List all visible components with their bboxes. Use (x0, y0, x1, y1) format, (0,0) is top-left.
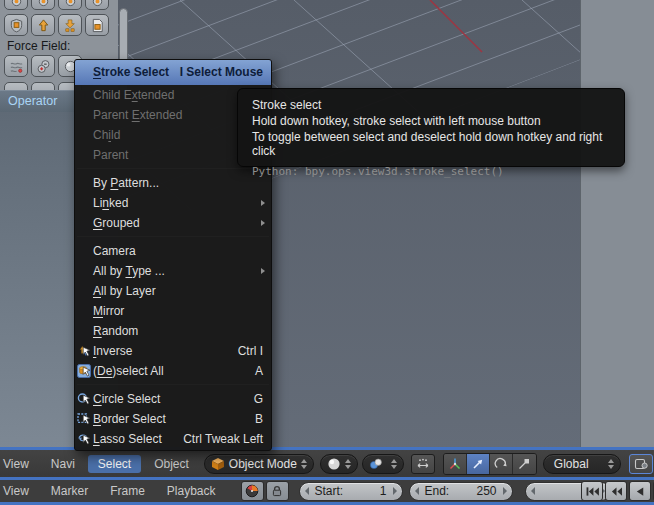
timeline-menu-view[interactable]: View (0, 482, 40, 500)
end-frame-field-value: 250 (476, 484, 496, 498)
menu-item-random[interactable]: Random (75, 321, 271, 341)
end-frame-field-label: End: (425, 484, 450, 498)
menu-item-label: Child Extended (93, 85, 174, 105)
menu-item-de-select-all[interactable]: (De)select AllA (75, 361, 271, 381)
pivot-icon (369, 457, 383, 471)
menu-item-mirror[interactable]: Mirror (75, 301, 271, 321)
menu-item-linked[interactable]: Linked (75, 193, 271, 213)
pivot-dropdown[interactable] (362, 454, 404, 474)
menu-item-shortcut: A (255, 361, 271, 381)
orientation-dropdown[interactable]: Global (543, 454, 621, 474)
drop-cubes-icon (63, 18, 78, 33)
charge-icon (36, 59, 51, 74)
toolshelf-button[interactable] (58, 14, 82, 36)
playback-controls (581, 481, 654, 501)
toolshelf-button[interactable] (31, 55, 55, 77)
manipulator-translate-button[interactable] (467, 454, 490, 474)
shading-dropdown[interactable] (320, 454, 358, 474)
toolshelf-button[interactable] (58, 0, 82, 10)
menu-item-label: Circle Select (93, 389, 160, 409)
submenu-arrow-icon (261, 268, 265, 274)
view3d-header-menus: ViewNaviSelectObject (0, 455, 200, 473)
menu-item-shortcut: Ctrl I (238, 341, 271, 361)
view3d-menu-select[interactable]: Select (88, 455, 141, 473)
tooltip-line: To toggle between select and deselect ho… (252, 130, 612, 158)
play-reverse-button[interactable] (629, 481, 651, 501)
manipulator-axis-button[interactable] (444, 454, 467, 474)
menu-item-circle-select[interactable]: Circle SelectG (75, 389, 271, 409)
menu-item-label: Parent Extended (93, 105, 182, 125)
prev-keyframe-button[interactable] (605, 481, 627, 501)
menu-item-shortcut: Ctrl Tweak Left (183, 429, 271, 449)
menu-item-border-select[interactable]: Border SelectB (75, 409, 271, 429)
start-frame-field[interactable]: Start:1 (299, 482, 403, 501)
menu-item-label: Inverse (93, 341, 132, 361)
toolshelf-button[interactable] (31, 14, 55, 36)
menu-item-label: Linked (93, 193, 128, 213)
toolshelf-button[interactable] (4, 0, 28, 10)
menu-item-shortcut: I Select Mouse (180, 60, 271, 85)
pivot-center-icon (634, 457, 648, 471)
manipulator-rotate-button[interactable] (490, 454, 513, 474)
pivot-center-button[interactable] (629, 454, 653, 474)
jump-start-icon (585, 486, 600, 497)
mode-dropdown[interactable]: Object Mode (204, 454, 314, 474)
menu-item-label: Grouped (93, 213, 140, 233)
toolshelf-button[interactable] (85, 0, 109, 10)
stepper-arrows-icon (301, 459, 307, 469)
editor-border-accent (0, 477, 654, 480)
tooltip-title: Stroke select (252, 98, 612, 112)
rotate-icon (494, 457, 508, 471)
jump-start-button[interactable] (581, 481, 603, 501)
submenu-arrow-icon (261, 220, 265, 226)
manipulator-scale-button[interactable] (513, 454, 536, 474)
view3d-menu-object[interactable]: Object (143, 455, 200, 473)
timeline-menu-playback[interactable]: Playback (156, 482, 227, 500)
menu-separator (75, 381, 271, 389)
start-frame-field-label: Start: (315, 484, 344, 498)
timeline-menu-frame[interactable]: Frame (99, 482, 156, 500)
timeline-fields: Start:1End:2501 (299, 482, 611, 501)
clock-button[interactable] (241, 481, 264, 501)
menu-item-grouped[interactable]: Grouped (75, 213, 271, 233)
menu-item-stroke-select[interactable]: Stroke SelectI Select Mouse (75, 60, 271, 85)
proportional-button[interactable] (411, 454, 435, 474)
lock-icon (270, 484, 284, 498)
timeline-menu-marker[interactable]: Marker (40, 482, 99, 500)
view3d-menu-navi[interactable]: Navi (40, 455, 86, 473)
blender-window: Force Field: Operator (0, 0, 654, 505)
translate-icon (471, 457, 485, 471)
clock-icon (245, 484, 259, 498)
menu-item-inverse[interactable]: InverseCtrl I (75, 341, 271, 361)
menu-item-label: All by Layer (93, 281, 156, 301)
menu-item-lasso-select[interactable]: Lasso SelectCtrl Tweak Left (75, 429, 271, 449)
properties-panel (580, 0, 654, 450)
menu-item-camera[interactable]: Camera (75, 241, 271, 261)
menu-item-all-by-layer[interactable]: All by Layer (75, 281, 271, 301)
timeline-header: ViewMarkerFramePlayback Start:1End:2501 (0, 480, 654, 502)
arrow-up-icon (36, 18, 51, 33)
toolshelf-button[interactable] (31, 0, 55, 10)
force-field-label: Force Field: (7, 39, 70, 53)
menu-item-all-by-type[interactable]: All by Type ... (75, 261, 271, 281)
sphere-icon (327, 457, 341, 471)
toolshelf-button[interactable] (4, 55, 28, 77)
wind-icon (9, 59, 24, 74)
toolshelf-button[interactable] (85, 14, 109, 36)
menu-item-label: Parent (93, 145, 128, 165)
toolshelf-row (4, 0, 109, 10)
orientation-dropdown-label: Global (554, 457, 604, 471)
toolshelf-button[interactable] (4, 14, 28, 36)
menu-item-label: Child (93, 125, 120, 145)
menu-item-by-pattern[interactable]: By Pattern... (75, 173, 271, 193)
menu-item-label: Stroke Select (93, 60, 169, 85)
submenu-arrow-icon (261, 200, 265, 206)
inverse-icon (77, 344, 91, 358)
prev-keyframe-icon (609, 486, 624, 497)
field-arrow-left-icon (305, 487, 309, 495)
view3d-menu-view[interactable]: View (0, 455, 40, 473)
lock-button[interactable] (266, 481, 289, 501)
stepper-arrows-icon (345, 459, 351, 469)
end-frame-field[interactable]: End:250 (409, 482, 513, 501)
menu-item-label: Camera (93, 241, 136, 261)
